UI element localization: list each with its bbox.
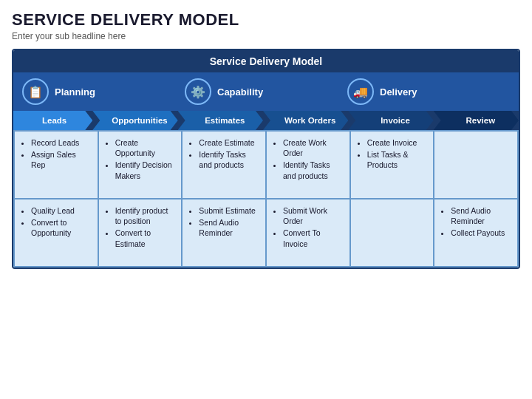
stage-work-orders: Work Orders — [263, 111, 348, 130]
phase-capability-label: Capability — [217, 86, 263, 98]
planning-icon: 📋 — [22, 78, 49, 105]
content-cell-r1-c3: Submit Work OrderConvert To Invoice — [267, 200, 349, 266]
content-cell-r1-c2: Submit EstimateSend Audio Reminder — [183, 200, 265, 266]
content-cell-r1-c0: Quality LeadConvert to Opportunity — [15, 200, 98, 266]
phase-delivery: 🚚 Delivery — [347, 78, 510, 105]
content-cell-r0-c1: Create OpportunityIdentify Decision Make… — [99, 132, 182, 198]
phase-planning-label: Planning — [55, 86, 95, 98]
delivery-icon: 🚚 — [347, 78, 374, 105]
phase-planning: 📋 Planning — [22, 78, 185, 105]
stage-row: Leads Opportunities Estimates Work Order… — [13, 111, 519, 130]
content-cell-r1-c4 — [351, 200, 434, 266]
content-cell-r0-c2: Create EstimateIdentify Tasks and produc… — [183, 132, 265, 198]
stage-review: Review — [434, 111, 519, 130]
content-cell-r1-c5: Send Audio ReminderCollect Payouts — [434, 200, 517, 266]
main-title: SERVICE DELIVERY MODEL — [12, 10, 520, 30]
stage-invoice: Invoice — [348, 111, 433, 130]
content-cell-r0-c0: Record LeadsAssign Sales Rep — [15, 132, 98, 198]
diagram-header: Service Delivery Model — [13, 50, 519, 72]
phase-delivery-label: Delivery — [380, 86, 417, 98]
sub-title: Enter your sub headline here — [12, 31, 520, 41]
page: SERVICE DELIVERY MODEL Enter your sub he… — [0, 0, 532, 399]
stage-opportunities: Opportunities — [92, 111, 177, 130]
content-cell-r0-c5 — [434, 132, 517, 198]
content-cell-r0-c4: Create InvoiceList Tasks & Products — [351, 132, 434, 198]
stage-leads: Leads — [13, 111, 92, 130]
content-grid: Record LeadsAssign Sales RepCreate Oppor… — [13, 130, 519, 267]
capability-icon: ⚙️ — [185, 78, 211, 105]
phase-row: 📋 Planning ⚙️ Capability 🚚 Delivery — [13, 72, 519, 111]
stage-estimates: Estimates — [178, 111, 263, 130]
content-cell-r1-c1: Identify product to positionConvert to E… — [99, 200, 182, 266]
diagram: Service Delivery Model 📋 Planning ⚙️ Cap… — [12, 49, 520, 269]
content-cell-r0-c3: Create Work OrderIdentify Tasks and prod… — [267, 132, 349, 198]
phase-capability: ⚙️ Capability — [185, 78, 347, 105]
